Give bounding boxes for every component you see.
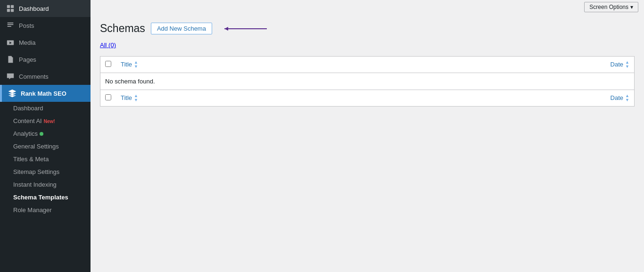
add-new-schema-button[interactable]: Add New Schema [151,23,212,34]
title-footer-sort-arrows: ▲▼ [134,94,138,102]
filter-all-label: All [100,41,107,49]
th-date-sortable[interactable]: Date ▲▼ [372,60,629,69]
tf-date-label: Date [611,94,623,101]
select-all-checkbox[interactable] [105,61,111,67]
sidebar-item-sub-sitemap[interactable]: Sitemap Settings [0,165,91,178]
sidebar-rank-math-label: Rank Math SEO [21,90,66,97]
schema-table: Title ▲▼ Date ▲▼ No schema found. [100,56,635,107]
sub-titles-label: Titles & Meta [13,156,49,163]
screen-options-button[interactable]: Screen Options ▾ [584,2,638,12]
tf-date: Date ▲▼ [367,90,635,106]
sidebar-comments-label: Comments [19,73,49,80]
tf-title: Title ▲▼ [116,90,367,106]
sub-dashboard-label: Dashboard [13,105,43,112]
pages-icon [6,55,15,64]
th-title: Title ▲▼ [116,56,367,73]
content-ai-badge: New! [44,119,55,124]
svg-rect-3 [11,9,14,12]
svg-marker-6 [224,27,228,31]
sub-sitemap-label: Sitemap Settings [13,168,59,175]
sidebar-item-sub-titles[interactable]: Titles & Meta [0,153,91,165]
media-icon [6,38,15,47]
sub-schema-label: Schema Templates [13,194,68,201]
sidebar-item-pages[interactable]: Pages [0,51,91,68]
sidebar-item-comments[interactable]: Comments [0,68,91,85]
th-checkbox [100,56,116,73]
sidebar-item-sub-schema[interactable]: Schema Templates [0,191,91,204]
posts-icon [6,21,15,30]
comments-icon [6,72,15,81]
sub-analytics-label: Analytics [13,130,38,137]
filter-all-count: (0) [108,41,116,49]
filter-row: All (0) [100,41,635,49]
sidebar-pages-label: Pages [19,56,36,63]
screen-options-label: Screen Options [589,4,628,10]
no-schema-row: No schema found. [100,73,635,90]
tf-title-sortable[interactable]: Title ▲▼ [121,94,362,102]
analytics-dot [40,132,43,136]
arrow-annotation [220,24,276,34]
th-title-label: Title [121,61,132,68]
rank-math-icon [8,89,17,98]
tf-title-label: Title [121,94,132,101]
svg-rect-2 [7,9,10,12]
sidebar-item-sub-role[interactable]: Role Manager [0,204,91,216]
date-footer-sort-arrows: ▲▼ [625,94,629,102]
dashboard-icon [6,4,15,13]
page-title-row: Schemas Add New Schema [100,22,635,36]
sidebar-item-sub-general[interactable]: General Settings [0,140,91,153]
sidebar: Dashboard Posts Media Pages Comments [0,0,91,272]
sidebar-item-media[interactable]: Media [0,34,91,51]
sidebar-top-nav: Dashboard Posts Media Pages Comments [0,0,91,85]
sidebar-item-dashboard[interactable]: Dashboard [0,0,91,17]
table-header-row: Title ▲▼ Date ▲▼ [100,56,635,73]
sidebar-item-rank-math[interactable]: Rank Math SEO [0,85,91,102]
no-schema-message: No schema found. [100,73,635,90]
sidebar-submenu: Dashboard Content AINew! Analytics Gener… [0,102,91,216]
sub-instant-label: Instant Indexing [13,181,57,188]
sidebar-item-sub-content-ai[interactable]: Content AINew! [0,115,91,127]
sidebar-dashboard-label: Dashboard [19,5,49,12]
sub-general-label: General Settings [13,143,59,150]
sidebar-item-sub-dashboard[interactable]: Dashboard [0,102,91,115]
svg-rect-0 [7,5,10,8]
date-sort-arrows: ▲▼ [625,60,629,69]
th-date-label: Date [611,61,623,68]
tf-checkbox [100,90,116,106]
table-footer-row: Title ▲▼ Date ▲▼ [100,90,635,106]
sidebar-item-sub-instant[interactable]: Instant Indexing [0,178,91,191]
sub-role-label: Role Manager [13,206,52,214]
sub-content-ai-label: Content AI [13,117,42,124]
select-all-footer-checkbox[interactable] [105,94,111,100]
arrow-svg [220,24,276,34]
sidebar-posts-label: Posts [19,22,34,29]
title-sort-arrows: ▲▼ [134,60,138,69]
th-title-sortable[interactable]: Title ▲▼ [121,60,362,69]
page-title: Schemas [100,22,145,36]
sidebar-item-sub-analytics[interactable]: Analytics [0,127,91,140]
svg-rect-1 [11,5,14,8]
th-date: Date ▲▼ [367,56,635,73]
filter-all-link[interactable]: All (0) [100,41,116,49]
sidebar-media-label: Media [19,39,35,46]
topbar: Screen Options ▾ [91,0,644,14]
sidebar-item-posts[interactable]: Posts [0,17,91,34]
tf-date-sortable[interactable]: Date ▲▼ [372,94,629,102]
page-content: Schemas Add New Schema All (0) [91,14,644,272]
main-content: Screen Options ▾ Schemas Add New Schema … [91,0,644,272]
screen-options-chevron-icon: ▾ [630,4,633,10]
